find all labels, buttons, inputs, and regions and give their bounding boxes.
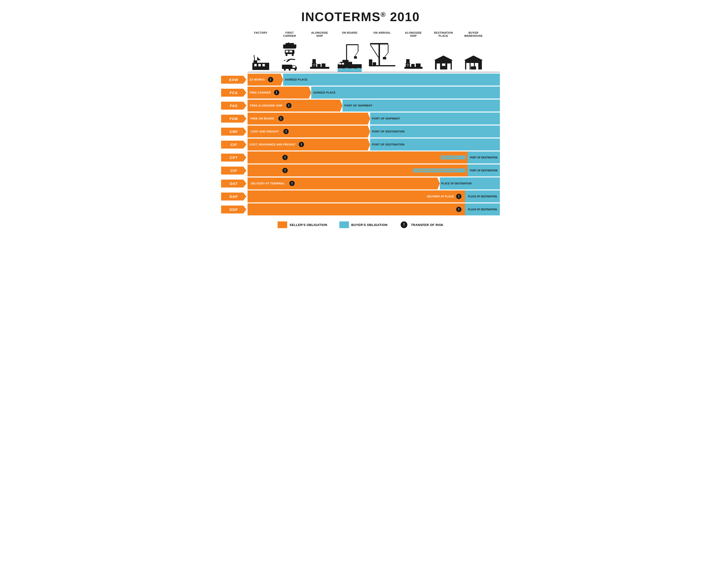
svg-rect-65 (466, 63, 470, 65)
exw-blue: AGREED PLACE (283, 74, 500, 86)
legend-seller: SELLER'S OBLIGATION (278, 222, 327, 228)
on-arrival-icon-cell (365, 43, 399, 72)
cpt-blue-portion: PORT OF DESTINATION (467, 151, 500, 164)
svg-rect-66 (471, 63, 474, 65)
svg-point-14 (292, 54, 294, 56)
dest-place-icon-cell (428, 55, 459, 72)
fca-label: FCA (221, 87, 248, 99)
fas-orange: FREE ALONGSIDE SHIP ! (248, 100, 342, 111)
dock-boxes2-icon (404, 57, 423, 70)
column-headers: FACTORY FIRSTCARRIER ALONGSIDESHIP ON BO… (248, 31, 500, 38)
svg-rect-61 (447, 66, 451, 69)
exw-badge: EXW (221, 76, 246, 84)
fob-blue: PORT OF SHIPMENT (370, 112, 500, 125)
svg-point-13 (285, 54, 288, 56)
svg-rect-31 (354, 56, 357, 59)
fob-blue-text: PORT OF SHIPMENT (370, 117, 402, 120)
crf-risk-icon: ! (283, 129, 289, 134)
first-carrier-icon-cell (274, 43, 305, 72)
ddp-badge: DDP (221, 206, 246, 213)
row-dat: DAT DELIVERY AT TERMINAL ! PLACE OF DEST… (221, 177, 500, 189)
svg-rect-8 (288, 43, 289, 43)
svg-rect-56 (437, 63, 440, 66)
col-alongside-ship: ALONGSIDESHIP (305, 31, 334, 38)
svg-rect-67 (475, 63, 478, 65)
cpt-text-area: COST PAID TO ... (441, 155, 465, 160)
plane-icon (282, 57, 297, 63)
svg-line-41 (384, 52, 388, 57)
svg-rect-7 (285, 43, 294, 45)
svg-rect-11 (285, 50, 289, 52)
svg-marker-55 (434, 56, 453, 60)
dap-bar: DELIVERY AT PLACE ! PLACE OF DESTINATION (248, 190, 500, 203)
ship-icon (282, 43, 298, 48)
page-title: INCOTERMS® 2010 (221, 9, 500, 24)
cpt-badge: CPT (221, 154, 246, 162)
cip-text-area: CARRIER AND INSURANCE PAID TO ... (413, 169, 465, 172)
fob-label: FOB (221, 112, 248, 125)
buyer-wh-icon-cell (459, 55, 488, 72)
fas-blue: PORT OF SHIPMENT (342, 100, 500, 111)
svg-rect-34 (342, 60, 348, 62)
col-buyer-wh: BUYERWAREHOUSE (459, 31, 488, 38)
exw-blue-text: AGREED PLACE (283, 78, 309, 81)
alongside-ship2-icon-cell (399, 57, 428, 72)
alongside-ship-icon-cell (305, 57, 334, 72)
col-alongside-ship2: ALONGSIDESHIP (399, 31, 428, 38)
arrival-crane-icon (369, 43, 395, 72)
svg-rect-32 (338, 64, 362, 68)
warehouse-icon (434, 55, 453, 71)
fob-risk-icon: ! (278, 116, 283, 121)
fas-blue-text: PORT OF SHIPMENT (342, 104, 375, 107)
train-icon (283, 49, 296, 56)
legend-seller-text: SELLER'S OBLIGATION (290, 223, 327, 227)
icons-row (248, 39, 500, 72)
svg-rect-62 (441, 66, 446, 69)
exw-orange-text: EX WORKS (248, 78, 267, 81)
dap-badge: DAP (221, 192, 246, 201)
exw-orange: EX WORKS ! (248, 74, 283, 86)
cip-risk-pos: ! (281, 168, 289, 173)
legend-blue-box (339, 222, 349, 228)
crf-orange: COST AND FREIGHT ! (248, 125, 370, 138)
legend-risk: ! TRANSFER OF RISK (399, 222, 443, 228)
fas-orange-text: FREE ALONGSIDE SHIP (248, 104, 285, 107)
cip-blue-portion: PORT OF DESTINATION (467, 164, 500, 176)
row-fob: FOB FREE ON BOARD ! PORT OF SHIPMENT (221, 112, 500, 125)
row-cpt: CPT ! COST PAID TO ... PORT OF DESTINATI… (221, 151, 500, 164)
svg-rect-68 (466, 65, 470, 69)
cip-label: CIP (221, 164, 248, 176)
svg-marker-64 (464, 56, 483, 60)
cpt-label: CPT (221, 151, 248, 164)
cip-blue-text: PORT OF DESTINATION (470, 169, 497, 172)
svg-rect-59 (437, 66, 440, 69)
legend-buyer: BUYER'S OBLIGATION (339, 222, 388, 228)
svg-rect-20 (310, 67, 329, 69)
dat-orange: DELIVERY AT TERMINAL ! (248, 177, 440, 189)
ddp-blue-portion: PLACE OF DESTINATION (465, 203, 500, 215)
buyer-warehouse-icon (464, 55, 483, 71)
svg-rect-49 (411, 64, 415, 67)
svg-rect-37 (379, 43, 380, 66)
dap-text-area: DELIVERY AT PLACE ! (427, 194, 463, 199)
ddp-orange-text-muted: DELIVERY DUTY PAID (426, 208, 454, 211)
cpt-orange-text: COST PAID TO ... (441, 155, 465, 160)
row-cif: CIF COST, INSURANCE AND FREIGHT ! PORT O… (221, 139, 500, 150)
cif-blue: PORT OF DESTINATION (370, 139, 500, 150)
col-on-arrival: ON ARRIVAL (365, 31, 399, 38)
svg-point-19 (294, 69, 296, 71)
svg-rect-38 (370, 43, 388, 44)
svg-line-30 (355, 51, 358, 56)
cif-orange-text: COST, INSURANCE AND FREIGHT (248, 143, 298, 146)
svg-rect-28 (346, 44, 358, 45)
svg-rect-23 (322, 63, 325, 67)
svg-rect-4 (258, 64, 261, 66)
col-first-carrier: FIRSTCARRIER (274, 31, 305, 38)
svg-point-18 (289, 69, 291, 71)
fca-blue: AGREED PLACE (311, 87, 500, 99)
dock-boxes-icon (310, 57, 329, 70)
svg-rect-47 (404, 67, 423, 69)
ddp-text-area: DELIVERY DUTY PAID ! (426, 207, 463, 212)
cif-risk-icon: ! (299, 142, 304, 147)
dap-risk-icon: ! (456, 194, 462, 199)
